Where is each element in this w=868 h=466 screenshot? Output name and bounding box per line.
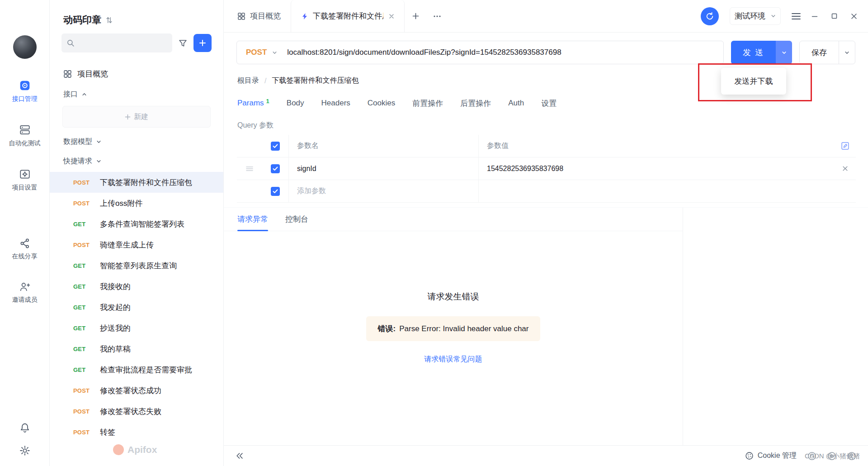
close-tab-icon[interactable] <box>389 14 394 19</box>
request-list-item[interactable]: POST 上传oss附件 <box>50 193 223 214</box>
sidebar-item-overview[interactable]: 项目概览 <box>50 63 223 85</box>
tab-headers[interactable]: Headers <box>321 99 350 108</box>
request-name: 修改签署状态失败 <box>100 406 161 417</box>
checkbox-checked[interactable] <box>271 142 280 151</box>
method-select[interactable]: POST <box>237 41 287 64</box>
request-list-item[interactable]: POST 骑缝章生成上传 <box>50 234 223 255</box>
plus-icon <box>199 39 206 47</box>
close-window-icon[interactable] <box>851 13 857 19</box>
send-dropdown-icon[interactable] <box>776 41 792 64</box>
main-panel: 项目概览 下载签署附件和文件压缩包 <box>224 0 868 466</box>
sync-refresh-icon[interactable] <box>701 7 719 25</box>
tab-project-overview[interactable]: 项目概览 <box>227 0 291 32</box>
response-section: 请求异常 控制台 请求发生错误 错误:Parse Error: Invalid … <box>224 207 868 445</box>
save-button-label[interactable]: 保存 <box>800 41 839 64</box>
help-icon[interactable] <box>847 452 856 461</box>
rail-item-api-management[interactable]: 接口管理 <box>12 80 38 103</box>
filter-icon[interactable] <box>179 39 187 48</box>
rail-item-label: 自动化测试 <box>9 139 41 147</box>
select-all-checkbox[interactable] <box>262 135 288 157</box>
url-input[interactable]: localhost:8201/sign/document/downloadFil… <box>287 48 723 57</box>
request-list-item[interactable]: POST 下载签署附件和文件压缩包 <box>50 172 223 193</box>
request-list-item[interactable]: GET 我接收的 <box>50 276 223 297</box>
request-list-item[interactable]: POST 修改签署状态失败 <box>50 401 223 422</box>
add-new-button[interactable] <box>193 34 212 52</box>
send-button-label[interactable]: 发 送 <box>731 41 776 64</box>
breadcrumb-root[interactable]: 根目录 <box>237 76 259 86</box>
tab-settings[interactable]: 设置 <box>541 98 557 109</box>
delete-row-icon[interactable] <box>842 166 848 171</box>
column-header-value: 参数值 <box>478 135 834 157</box>
keyboard-shortcuts-icon[interactable] <box>827 452 836 461</box>
grid-icon <box>63 70 72 78</box>
menu-item-send-and-download[interactable]: 发送并下载 <box>721 72 786 90</box>
avatar[interactable] <box>13 35 37 59</box>
settings-gear-icon[interactable] <box>19 445 30 456</box>
overview-label: 项目概览 <box>77 69 108 79</box>
hamburger-menu-icon[interactable] <box>792 13 801 20</box>
section-data-models[interactable]: 数据模型 <box>50 132 223 152</box>
section-label: 数据模型 <box>63 137 92 147</box>
environment-select[interactable]: 测试环境 <box>730 7 781 25</box>
notification-bell-icon[interactable] <box>19 423 30 433</box>
tab-params[interactable]: Params 1 <box>237 99 269 108</box>
params-count-badge: 1 <box>266 98 269 105</box>
request-list-item[interactable]: GET 智能签章列表原生查询 <box>50 255 223 276</box>
param-name-input[interactable]: signId <box>288 157 478 180</box>
params-table: 参数名 参数值 signId 154528253693 <box>237 135 856 203</box>
batch-edit-icon[interactable] <box>841 142 849 150</box>
new-request-button[interactable]: 新建 <box>62 106 211 128</box>
section-quick-requests[interactable]: 快捷请求 <box>50 152 223 171</box>
tab-post-ops[interactable]: 后置操作 <box>460 98 491 109</box>
request-list-item[interactable]: POST 转签 <box>50 422 223 442</box>
save-button[interactable]: 保存 <box>799 41 855 64</box>
tab-pre-ops[interactable]: 前置操作 <box>412 98 443 109</box>
request-list-item[interactable]: GET 我发起的 <box>50 297 223 318</box>
param-value-input[interactable]: 1545282536935837698 <box>478 157 834 180</box>
rail-item-label: 在线分享 <box>12 252 38 261</box>
section-api[interactable]: 接口 <box>50 85 223 104</box>
method-tag: GET <box>73 325 94 332</box>
rail-item-invite-member[interactable]: 邀请成员 <box>12 281 38 304</box>
tab-auth[interactable]: Auth <box>508 99 524 108</box>
tab-request-error[interactable]: 请求异常 <box>237 208 268 231</box>
breadcrumb-current: 下载签署附件和文件压缩包 <box>272 76 359 86</box>
tab-cookies[interactable]: Cookies <box>368 99 395 108</box>
collapse-sidebar-icon[interactable] <box>236 452 243 459</box>
method-tag: GET <box>73 262 94 269</box>
request-list-item[interactable]: GET 检查审批流程是否需要审批 <box>50 359 223 380</box>
rail-item-online-share[interactable]: 在线分享 <box>12 238 38 261</box>
checkbox-checked[interactable] <box>271 187 280 196</box>
request-list-item[interactable]: GET 抄送我的 <box>50 318 223 338</box>
error-faq-link[interactable]: 请求错误常见问题 <box>425 355 482 364</box>
rail-item-auto-test[interactable]: 自动化测试 <box>9 124 41 147</box>
cookie-manager-button[interactable]: Cookie 管理 <box>745 451 797 461</box>
send-button[interactable]: 发 送 <box>731 41 792 64</box>
request-list-item[interactable]: GET 我的草稿 <box>50 338 223 359</box>
request-name: 检查审批流程是否需要审批 <box>100 365 192 375</box>
error-message-box: 错误:Parse Error: Invalid header value cha… <box>366 316 541 341</box>
request-list-item[interactable]: POST 修改签署状态成功 <box>50 380 223 401</box>
drag-handle-icon[interactable] <box>237 157 262 180</box>
minimize-window-icon[interactable] <box>811 13 818 19</box>
new-tab-icon[interactable] <box>405 0 426 32</box>
add-param-input[interactable]: 添加参数 <box>288 180 478 202</box>
tab-label: 前置操作 <box>412 98 443 109</box>
tab-console[interactable]: 控制台 <box>285 208 308 231</box>
maximize-window-icon[interactable] <box>831 13 837 19</box>
support-icon[interactable] <box>807 452 816 461</box>
request-list-item[interactable]: GET 多条件查询智能签署列表 <box>50 214 223 234</box>
project-switch-icon[interactable] <box>106 16 113 24</box>
add-param-value-input[interactable] <box>478 180 834 202</box>
more-tabs-icon[interactable] <box>426 0 448 32</box>
rail-item-project-settings[interactable]: 项目设置 <box>12 168 38 192</box>
search-input[interactable] <box>61 33 172 52</box>
tab-body[interactable]: Body <box>287 99 304 108</box>
plus-icon <box>125 114 131 120</box>
save-dropdown-icon[interactable] <box>839 41 855 64</box>
tab-active-request[interactable]: 下载签署附件和文件压缩包 <box>291 0 405 32</box>
chevron-down-icon <box>771 14 776 19</box>
checkbox-checked[interactable] <box>271 164 280 173</box>
column-header-name: 参数名 <box>288 135 478 157</box>
chevron-down-icon <box>272 50 277 55</box>
